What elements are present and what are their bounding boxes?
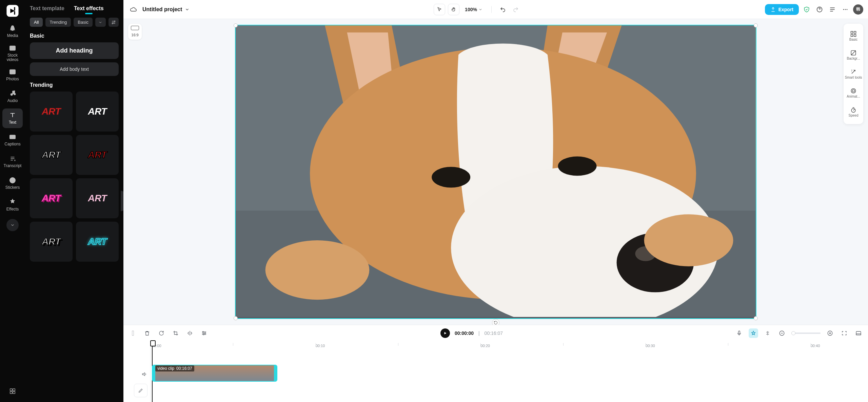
svg-point-34: [852, 89, 855, 92]
nav-transcript[interactable]: Transcript: [2, 152, 23, 172]
cut-split-icon[interactable]: [763, 328, 772, 338]
canvas-zoom-level[interactable]: 100%: [465, 7, 482, 12]
rtool-background[interactable]: Backgr...: [844, 46, 863, 64]
hand-tool-icon[interactable]: [448, 4, 459, 15]
text-preset-3[interactable]: ART: [30, 135, 73, 175]
filter-settings-icon[interactable]: [108, 18, 119, 27]
svg-point-16: [843, 9, 844, 10]
nav-stock-videos-label: Stock videos: [2, 53, 23, 62]
tab-text-effects[interactable]: Text effects: [74, 5, 104, 12]
more-menu-icon[interactable]: [840, 4, 850, 15]
text-preset-5[interactable]: ART: [30, 178, 73, 218]
cursor-tool-icon[interactable]: [434, 4, 445, 15]
svg-rect-31: [851, 34, 853, 36]
cloud-sync-icon[interactable]: [128, 4, 138, 15]
adjust-icon[interactable]: [199, 328, 209, 338]
nav-stickers[interactable]: Stickers: [2, 174, 23, 193]
magnet-icon[interactable]: [749, 328, 758, 338]
rtool-basic[interactable]: Basic: [844, 27, 863, 45]
rail-expand-icon[interactable]: [6, 219, 19, 231]
svg-point-5: [11, 71, 12, 73]
aspect-ratio-button[interactable]: 16:9: [128, 24, 142, 40]
right-tool-rail: Basic Backgr... Smart tools Animat... Sp…: [844, 24, 863, 124]
svg-rect-29: [851, 31, 853, 33]
resize-handle-br[interactable]: [754, 316, 758, 320]
fit-timeline-icon[interactable]: [840, 328, 849, 338]
timeline-toolbar: 00:00:00 | 00:16:07: [123, 325, 868, 341]
filter-basic[interactable]: Basic: [74, 18, 93, 27]
nav-captions-label: Captions: [4, 142, 20, 146]
tab-text-template[interactable]: Text template: [30, 5, 64, 12]
text-preset-2[interactable]: ART: [76, 92, 119, 132]
rtool-animation[interactable]: Animat...: [844, 84, 863, 102]
delete-icon[interactable]: [142, 328, 152, 338]
rtool-speed[interactable]: Speed: [844, 103, 863, 121]
nav-text[interactable]: Text: [2, 108, 23, 128]
tasks-icon[interactable]: [827, 4, 837, 15]
zoom-in-icon[interactable]: [825, 328, 835, 338]
filter-trending[interactable]: Trending: [45, 18, 71, 27]
crop-icon[interactable]: [171, 328, 180, 338]
nav-media-label: Media: [7, 34, 18, 38]
svg-point-6: [14, 94, 16, 95]
rtool-smart-tools[interactable]: Smart tools: [844, 65, 863, 83]
rotate-handle-icon[interactable]: [492, 319, 499, 325]
add-body-text-button[interactable]: Add body text: [30, 62, 119, 76]
rail-more-icon[interactable]: [6, 385, 19, 397]
text-preset-7[interactable]: ART: [30, 222, 73, 262]
nav-effects-label: Effects: [6, 207, 19, 212]
project-title[interactable]: Untitled project: [142, 6, 190, 13]
play-button[interactable]: [440, 328, 450, 338]
mic-icon[interactable]: [734, 328, 744, 338]
shield-check-icon[interactable]: [802, 4, 812, 15]
redo-icon[interactable]: [511, 4, 521, 15]
svg-point-39: [205, 333, 206, 334]
svg-rect-2: [14, 11, 15, 15]
resize-handle-bl[interactable]: [234, 316, 238, 320]
undo-icon[interactable]: [498, 4, 508, 15]
zoom-out-icon[interactable]: [777, 328, 787, 338]
track-edit-icon[interactable]: [134, 384, 147, 397]
nav-stock-videos[interactable]: Stock videos: [2, 43, 23, 63]
nav-photos[interactable]: Photos: [2, 65, 23, 85]
clip-handle-right[interactable]: [274, 365, 277, 381]
nav-media[interactable]: Media: [2, 22, 23, 41]
svg-rect-1: [14, 7, 15, 11]
svg-point-8: [10, 178, 16, 183]
nav-audio[interactable]: Audio: [2, 87, 23, 106]
text-preset-1[interactable]: ART: [30, 92, 73, 132]
refresh-icon[interactable]: [157, 328, 166, 338]
svg-point-35: [851, 88, 855, 93]
nav-effects[interactable]: Effects: [2, 195, 23, 215]
add-heading-button[interactable]: Add heading: [30, 42, 119, 59]
svg-rect-9: [10, 389, 12, 391]
text-preset-8[interactable]: ART: [76, 222, 119, 262]
filter-more-chevron-icon[interactable]: [95, 18, 105, 27]
mirror-icon[interactable]: [185, 328, 195, 338]
timeline-track-area[interactable]: 00:00 00:10 00:20 00:30 00:40 video clip…: [151, 341, 868, 402]
preview-dog-image: [236, 25, 755, 317]
timeline-ruler[interactable]: 00:00 00:10 00:20 00:30 00:40: [151, 343, 868, 351]
section-basic-title: Basic: [30, 33, 119, 39]
text-preset-6[interactable]: ART: [76, 178, 119, 218]
user-avatar[interactable]: 韩: [853, 4, 863, 15]
resize-handle-tl[interactable]: [234, 23, 238, 27]
nav-captions[interactable]: Captions: [2, 130, 23, 150]
text-preset-4[interactable]: ART: [76, 135, 119, 175]
svg-rect-7: [10, 135, 16, 139]
track-audio-icon[interactable]: [141, 366, 147, 382]
expand-panel-icon[interactable]: [854, 328, 863, 338]
timeline-zoom-slider[interactable]: [791, 333, 821, 334]
filter-all[interactable]: All: [30, 18, 43, 27]
svg-rect-12: [13, 391, 15, 394]
clip-handle-left[interactable]: [153, 365, 155, 381]
video-preview-frame[interactable]: [235, 25, 756, 319]
timeline: 00:00 00:10 00:20 00:30 00:40 video clip…: [123, 341, 868, 402]
svg-rect-41: [738, 331, 740, 334]
help-icon[interactable]: [814, 4, 825, 15]
export-button[interactable]: Export: [765, 4, 799, 15]
canvas-area: 16:9: [123, 19, 868, 325]
nav-stickers-label: Stickers: [5, 185, 20, 190]
app-logo-icon[interactable]: [5, 3, 20, 18]
resize-handle-tr[interactable]: [754, 23, 758, 27]
